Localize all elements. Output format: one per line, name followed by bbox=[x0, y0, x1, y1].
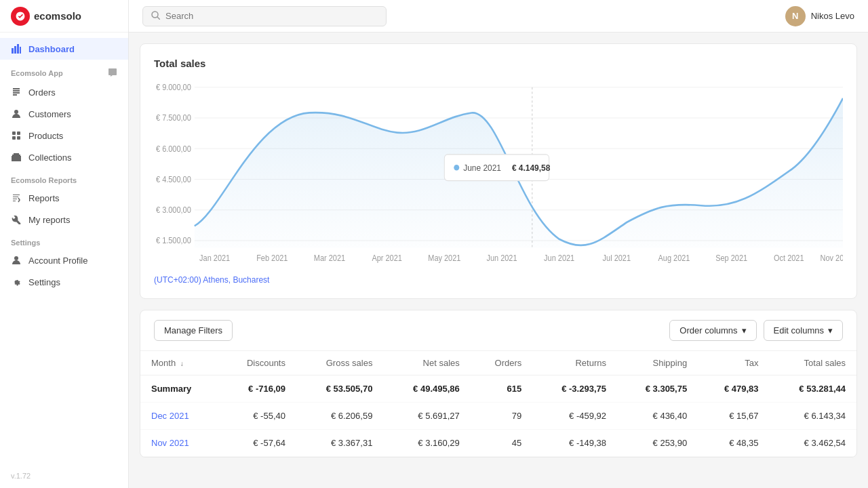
user-name: Nikos Levo bbox=[811, 11, 854, 21]
svg-text:€ 6.000,00: € 6.000,00 bbox=[156, 144, 191, 152]
search-bar[interactable] bbox=[142, 6, 387, 26]
row-month[interactable]: Dec 2021 bbox=[140, 403, 219, 430]
orders-icon bbox=[11, 87, 22, 98]
col-orders: Orders bbox=[471, 351, 532, 375]
summary-net-sales: € 49.495,86 bbox=[383, 375, 470, 403]
svg-text:Feb 2021: Feb 2021 bbox=[256, 254, 288, 262]
sidebar-item-label: Account Profile bbox=[28, 256, 87, 266]
sidebar-item-account-profile[interactable]: Account Profile bbox=[0, 249, 128, 271]
edit-columns-button[interactable]: Edit columns ▾ bbox=[764, 320, 843, 341]
logo-text: ecomsolo bbox=[34, 10, 81, 22]
sidebar-item-collections[interactable]: Collections bbox=[0, 146, 128, 168]
svg-text:Jun 2021: Jun 2021 bbox=[486, 254, 517, 262]
svg-point-38 bbox=[454, 165, 459, 171]
sidebar-item-label: Orders bbox=[28, 87, 56, 98]
top-bar-left bbox=[142, 6, 387, 26]
sidebar-item-orders[interactable]: Orders bbox=[0, 81, 128, 103]
sidebar-item-label: Products bbox=[28, 131, 63, 141]
content-area: Total sales € 9.000,00 € 7.500,00 € 6.00… bbox=[129, 33, 868, 468]
row-month[interactable]: Nov 2021 bbox=[140, 430, 219, 457]
sidebar-item-my-reports[interactable]: My reports bbox=[0, 209, 128, 230]
row-tax: € 15,67 bbox=[698, 403, 769, 430]
chart-timezone: (UTC+02:00) Athens, Bucharest bbox=[154, 275, 843, 285]
svg-text:Jul 2021: Jul 2021 bbox=[603, 254, 631, 262]
table-toolbar: Manage Filters Order columns ▾ Edit colu… bbox=[140, 310, 856, 351]
table-actions: Order columns ▾ Edit columns ▾ bbox=[669, 320, 843, 341]
svg-rect-2 bbox=[17, 44, 19, 54]
svg-rect-1 bbox=[14, 46, 16, 54]
svg-point-10 bbox=[152, 12, 158, 18]
svg-text:€ 7.500,00: € 7.500,00 bbox=[156, 114, 191, 122]
sidebar-item-label: Customers bbox=[28, 109, 71, 119]
sidebar-section-settings: Settings bbox=[0, 230, 128, 249]
svg-rect-3 bbox=[20, 47, 21, 54]
sort-icon: ↓ bbox=[180, 360, 184, 367]
svg-text:€ 4.500,00: € 4.500,00 bbox=[156, 175, 191, 183]
wrench-icon bbox=[11, 214, 22, 225]
sidebar-item-label: My reports bbox=[28, 215, 70, 225]
svg-text:Aug 2021: Aug 2021 bbox=[658, 254, 690, 262]
table-card: Manage Filters Order columns ▾ Edit colu… bbox=[140, 310, 857, 458]
gear-icon bbox=[11, 277, 22, 287]
search-input[interactable] bbox=[165, 11, 378, 21]
row-net-sales: € 5.691,27 bbox=[383, 403, 470, 430]
chart-card: Total sales € 9.000,00 € 7.500,00 € 6.00… bbox=[140, 43, 857, 299]
chart-title: Total sales bbox=[154, 58, 843, 69]
col-discounts: Discounts bbox=[219, 351, 296, 375]
collections-icon bbox=[11, 152, 22, 163]
table-row-summary: Summary € -716,09 € 53.505,70 € 49.495,8… bbox=[140, 375, 856, 403]
col-gross-sales: Gross sales bbox=[296, 351, 383, 375]
summary-discounts: € -716,09 bbox=[219, 375, 296, 403]
sidebar-item-customers[interactable]: Customers bbox=[0, 103, 128, 125]
customers-icon bbox=[11, 108, 22, 119]
manage-filters-button[interactable]: Manage Filters bbox=[154, 320, 233, 341]
sidebar-item-label: Collections bbox=[28, 152, 72, 163]
sidebar-section-app: Ecomsolo App bbox=[0, 60, 128, 81]
row-orders: 45 bbox=[471, 430, 532, 457]
chevron-down-icon: ▾ bbox=[828, 325, 833, 336]
svg-text:Nov 2021: Nov 2021 bbox=[821, 254, 843, 262]
svg-text:Sep 2021: Sep 2021 bbox=[715, 254, 747, 262]
row-total-sales: € 6.143,34 bbox=[770, 403, 856, 430]
sidebar-section-reports: Ecomsolo Reports bbox=[0, 168, 128, 187]
col-net-sales: Net sales bbox=[383, 351, 470, 375]
svg-text:Jun 2021: Jun 2021 bbox=[544, 254, 574, 262]
svg-text:Mar 2021: Mar 2021 bbox=[314, 254, 345, 262]
svg-rect-0 bbox=[12, 48, 14, 54]
svg-rect-8 bbox=[17, 136, 20, 140]
table-row: Dec 2021 € -55,40 € 6.206,59 € 5.691,27 … bbox=[140, 403, 856, 430]
sales-table: Month ↓ Discounts Gross sales Net sales … bbox=[140, 351, 856, 457]
app-version: v.1.72 bbox=[0, 464, 128, 488]
row-discounts: € -55,40 bbox=[219, 403, 296, 430]
row-returns: € -149,38 bbox=[532, 430, 617, 457]
svg-line-11 bbox=[157, 17, 160, 20]
summary-month: Summary bbox=[140, 375, 219, 403]
svg-text:Oct 2021: Oct 2021 bbox=[774, 254, 804, 262]
row-total-sales: € 3.462,54 bbox=[770, 430, 856, 457]
table-header-row: Month ↓ Discounts Gross sales Net sales … bbox=[140, 351, 856, 375]
svg-text:€ 1.500,00: € 1.500,00 bbox=[156, 237, 191, 245]
sidebar-item-settings[interactable]: Settings bbox=[0, 271, 128, 293]
search-icon bbox=[151, 11, 160, 22]
row-net-sales: € 3.160,29 bbox=[383, 430, 470, 457]
svg-rect-6 bbox=[17, 131, 20, 135]
row-gross-sales: € 3.367,31 bbox=[296, 430, 383, 457]
chevron-down-icon: ▾ bbox=[742, 325, 747, 336]
sidebar-item-reports[interactable]: Reports bbox=[0, 187, 128, 209]
summary-total-sales: € 53.281,44 bbox=[770, 375, 856, 403]
sidebar-item-dashboard[interactable]: Dashboard bbox=[0, 38, 128, 60]
chat-icon[interactable] bbox=[108, 68, 117, 79]
sidebar-navigation: Dashboard Ecomsolo App Orders Customers bbox=[0, 33, 128, 464]
row-tax: € 48,35 bbox=[698, 430, 769, 457]
bar-chart-icon bbox=[11, 43, 22, 54]
svg-rect-7 bbox=[12, 136, 16, 140]
sidebar-item-products[interactable]: Products bbox=[0, 125, 128, 146]
svg-text:€ 4.149,58: € 4.149,58 bbox=[512, 163, 551, 173]
row-shipping: € 253,90 bbox=[617, 430, 698, 457]
avatar: N bbox=[785, 6, 806, 26]
svg-text:May 2021: May 2021 bbox=[428, 254, 460, 262]
col-total-sales: Total sales bbox=[770, 351, 856, 375]
col-returns: Returns bbox=[532, 351, 617, 375]
order-columns-button[interactable]: Order columns ▾ bbox=[669, 320, 756, 341]
col-month[interactable]: Month ↓ bbox=[140, 351, 219, 375]
